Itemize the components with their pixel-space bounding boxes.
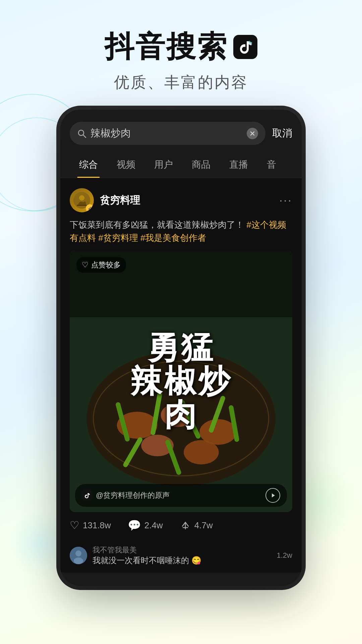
post-text: 下饭菜到底有多凶猛，就看这道辣椒炒肉了！ #这个视频有点料 #贫穷料理 #我是美…	[70, 218, 292, 245]
tab-video[interactable]: 视频	[107, 152, 145, 178]
svg-marker-23	[272, 493, 275, 497]
comment-row: 我不管我最美 我就没一次看时不咽唾沫的 😋 1.2w	[70, 545, 292, 566]
tiktok-logo-icon	[237, 39, 254, 55]
video-big-text: 勇猛 辣椒炒 肉	[70, 251, 292, 512]
app-subtitle: 优质、丰富的内容	[0, 72, 362, 93]
video-thumb-inner: 勇猛 辣椒炒 肉 ♡ 点赞较多	[70, 251, 292, 512]
comments-count: 2.4w	[144, 520, 163, 531]
phone-frame: 辣椒炒肉 取消 综合 视频	[60, 110, 302, 586]
author-info: ✓ 贫穷料理	[70, 188, 140, 212]
comment-content: 我就没一次看时不咽唾沫的 😋	[93, 555, 272, 566]
commenter-name: 我不管我最美	[93, 545, 272, 555]
post-card: ✓ 贫穷料理 ··· 下饭菜到底有多凶猛，就看这道辣椒炒肉了！ #这个视频有点料…	[60, 178, 302, 542]
comment-likes[interactable]: 1.2w	[277, 551, 292, 560]
shares-count: 4.7w	[194, 520, 213, 531]
svg-point-26	[74, 557, 83, 564]
tab-audio[interactable]: 音	[257, 152, 286, 178]
audio-text: @贫穷料理创作的原声	[96, 490, 170, 500]
comment-text-block: 我不管我最美 我就没一次看时不咽唾沫的 😋	[93, 545, 272, 566]
svg-point-25	[75, 550, 81, 556]
likes-badge-text: 点赞较多	[91, 260, 121, 270]
verified-badge: ✓	[86, 204, 94, 212]
audio-info: @贫穷料理创作的原声	[82, 490, 170, 501]
play-button[interactable]	[265, 488, 280, 503]
phone-container: 辣椒炒肉 取消 综合 视频	[0, 110, 362, 586]
stat-comments[interactable]: 💬 2.4w	[128, 519, 163, 532]
share-icon	[180, 520, 191, 531]
avatar[interactable]: ✓	[70, 188, 94, 212]
search-query-text: 辣椒炒肉	[90, 126, 243, 140]
hashtag-3[interactable]: #我是美食创作者	[140, 233, 206, 243]
heart-icon: ♡	[70, 519, 79, 532]
tiktok-small-icon	[84, 492, 90, 499]
video-thumbnail[interactable]: 勇猛 辣椒炒 肉 ♡ 点赞较多	[70, 251, 292, 512]
header: 抖音搜索 优质、丰富的内容	[0, 0, 362, 110]
video-text-line3: 肉	[130, 398, 232, 432]
svg-rect-6	[77, 205, 87, 206]
svg-point-5	[79, 195, 84, 201]
likes-badge-heart-icon: ♡	[82, 261, 88, 269]
likes-badge: ♡ 点赞较多	[76, 257, 126, 273]
tab-user[interactable]: 用户	[145, 152, 182, 178]
comment-icon: 💬	[128, 519, 141, 532]
tab-product[interactable]: 商品	[182, 152, 220, 178]
search-input-wrapper[interactable]: 辣椒炒肉	[70, 122, 265, 145]
svg-line-1	[83, 135, 86, 138]
audio-bar[interactable]: @贫穷料理创作的原声	[75, 484, 287, 507]
tab-comprehensive[interactable]: 综合	[70, 152, 107, 178]
search-bar-area: 辣椒炒肉 取消	[60, 110, 302, 152]
audio-tiktok-icon	[82, 490, 93, 501]
cancel-button[interactable]: 取消	[272, 126, 292, 140]
video-text-line2: 辣椒炒	[130, 365, 232, 398]
clear-icon	[249, 130, 256, 137]
stat-shares[interactable]: 4.7w	[180, 520, 213, 531]
commenter-avatar	[70, 547, 87, 564]
hashtag-2[interactable]: #贫穷料理	[98, 233, 140, 243]
more-options-button[interactable]: ···	[279, 193, 292, 207]
phone-inner: 辣椒炒肉 取消 综合 视频	[60, 110, 302, 573]
tabs-row: 综合 视频 用户 商品 直播 音	[60, 152, 302, 178]
stat-likes[interactable]: ♡ 131.8w	[70, 519, 111, 532]
play-icon	[270, 492, 276, 498]
comment-preview-area: 我不管我最美 我就没一次看时不咽唾沫的 😋 1.2w	[60, 542, 302, 573]
clear-search-button[interactable]	[247, 128, 258, 139]
search-icon	[77, 129, 86, 138]
app-title-text: 抖音搜索	[105, 27, 228, 67]
content-area: ✓ 贫穷料理 ··· 下饭菜到底有多凶猛，就看这道辣椒炒肉了！ #这个视频有点料…	[60, 178, 302, 573]
author-name[interactable]: 贫穷料理	[100, 194, 140, 207]
likes-count: 131.8w	[83, 520, 111, 531]
post-author-row: ✓ 贫穷料理 ···	[70, 188, 292, 212]
tab-live[interactable]: 直播	[220, 152, 257, 178]
app-title-row: 抖音搜索	[0, 27, 362, 67]
video-text-line1: 勇猛	[130, 331, 232, 365]
post-stats-row: ♡ 131.8w 💬 2.4w 4.7w	[70, 512, 292, 535]
tiktok-logo-badge	[233, 35, 257, 59]
commenter-avatar-icon	[70, 547, 87, 564]
